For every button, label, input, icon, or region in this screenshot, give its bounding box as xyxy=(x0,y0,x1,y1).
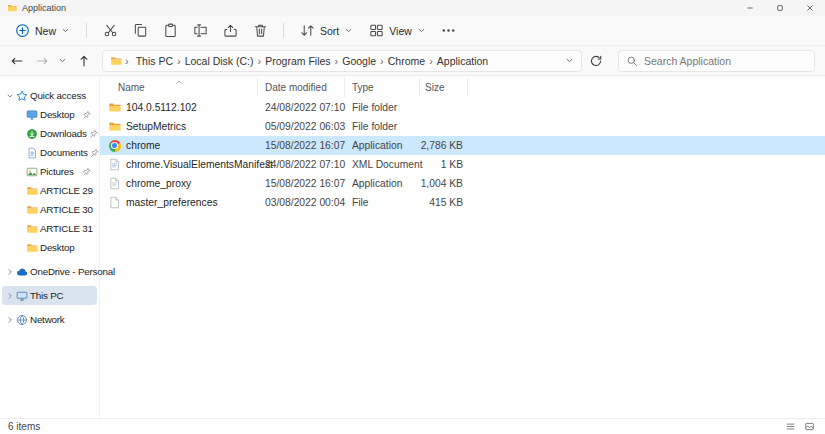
refresh-button[interactable] xyxy=(584,49,607,72)
chevron-right-icon[interactable] xyxy=(6,292,14,300)
search-input[interactable] xyxy=(644,55,807,67)
maximize-icon xyxy=(776,4,784,12)
thumbnail-view-button[interactable] xyxy=(801,420,817,434)
sidebar-item-article-30[interactable]: ARTICLE 30 xyxy=(2,200,97,219)
sidebar-item-label: Quick access xyxy=(30,90,86,101)
file-name: chrome_proxy xyxy=(126,178,191,189)
recent-locations-button[interactable] xyxy=(55,49,70,72)
breadcrumb-item-application[interactable]: Application xyxy=(433,55,492,67)
new-button-label: New xyxy=(35,25,56,37)
more-options-button[interactable] xyxy=(435,19,463,43)
sidebar-item-quick-access[interactable]: Quick access xyxy=(2,86,97,105)
cut-button[interactable] xyxy=(96,19,124,43)
chevron-right-icon[interactable] xyxy=(6,316,14,324)
chevron-spacer xyxy=(16,206,24,214)
file-name: master_preferences xyxy=(126,197,218,208)
sidebar-item-pictures[interactable]: Pictures xyxy=(2,162,97,181)
column-header-type[interactable]: Type xyxy=(345,77,420,97)
file-row-chrome-visualelementsmanifest[interactable]: chrome.VisualElementsManifest24/08/2022 … xyxy=(100,155,825,174)
sidebar-item-documents[interactable]: Documents xyxy=(2,143,97,162)
up-arrow-icon xyxy=(77,54,91,68)
up-button[interactable] xyxy=(72,49,95,72)
breadcrumb-item-chrome[interactable]: Chrome xyxy=(384,55,429,67)
close-button[interactable] xyxy=(795,0,825,16)
breadcrumb-item-this-pc[interactable]: This PC xyxy=(132,55,177,67)
folder-icon xyxy=(26,223,38,235)
maximize-button[interactable] xyxy=(765,0,795,16)
chevron-spacer xyxy=(16,130,24,138)
file-size: 415 KB xyxy=(420,197,468,208)
pin-icon xyxy=(82,110,92,120)
column-header-size[interactable]: Size xyxy=(420,77,468,97)
chevron-down-icon[interactable] xyxy=(6,92,14,100)
file-name-cell: 104.0.5112.102 xyxy=(100,101,258,114)
delete-button[interactable] xyxy=(246,19,274,43)
file-explorer-window: Application New Sort View xyxy=(0,0,825,434)
file-size: 1,004 KB xyxy=(420,178,468,189)
rename-button[interactable] xyxy=(186,19,214,43)
copy-button[interactable] xyxy=(126,19,154,43)
sidebar-item-downloads[interactable]: Downloads xyxy=(2,124,97,143)
minimize-button[interactable] xyxy=(735,0,765,16)
toolbar-separator xyxy=(86,23,87,38)
chevron-right-icon[interactable] xyxy=(6,268,14,276)
address-dropdown-icon[interactable] xyxy=(565,56,574,65)
file-row-master-preferences[interactable]: master_preferences03/08/2022 00:04File41… xyxy=(100,193,825,212)
app-icon xyxy=(108,177,121,190)
file-date-modified: 24/08/2022 07:10 xyxy=(258,159,345,170)
xml-icon xyxy=(108,158,121,171)
sidebar-item-label: Desktop xyxy=(40,242,75,253)
breadcrumb-chevron-icon: › xyxy=(125,55,129,67)
cut-icon xyxy=(103,23,118,38)
search-box[interactable] xyxy=(618,50,815,72)
downloads-icon xyxy=(26,128,38,140)
folder-icon xyxy=(26,242,38,254)
breadcrumb: This PC›Local Disk (C:)›Program Files›Go… xyxy=(132,55,493,67)
view-button[interactable]: View xyxy=(362,19,433,43)
file-row-chrome-proxy[interactable]: chrome_proxy15/08/2022 16:07Application1… xyxy=(100,174,825,193)
sidebar-item-network[interactable]: Network xyxy=(2,310,97,329)
file-size: 2,786 KB xyxy=(420,140,468,151)
pin-icon xyxy=(90,148,100,158)
file-icon xyxy=(108,196,121,209)
pin-icon xyxy=(82,167,92,177)
sidebar-item-article-29[interactable]: ARTICLE 29 xyxy=(2,181,97,200)
paste-button[interactable] xyxy=(156,19,184,43)
breadcrumb-item-program-files[interactable]: Program Files xyxy=(261,55,334,67)
sidebar-item-this-pc[interactable]: This PC xyxy=(2,286,97,305)
details-view-icon xyxy=(785,421,796,432)
new-button[interactable]: New xyxy=(8,19,77,43)
window-title: Application xyxy=(22,3,66,13)
file-list-pane: Name Date modified Type Size 104.0.5112.… xyxy=(100,76,825,418)
copy-icon xyxy=(133,23,148,38)
sidebar-item-desktop[interactable]: Desktop xyxy=(2,238,97,257)
sidebar-item-desktop[interactable]: Desktop xyxy=(2,105,97,124)
network-icon xyxy=(16,314,28,326)
sidebar-item-label: This PC xyxy=(30,290,63,301)
column-headers: Name Date modified Type Size xyxy=(100,77,825,97)
column-header-date-modified[interactable]: Date modified xyxy=(258,77,345,97)
titlebar: Application xyxy=(0,0,825,16)
file-row-chrome[interactable]: chrome15/08/2022 16:07Application2,786 K… xyxy=(100,136,825,155)
sidebar-item-label: Documents xyxy=(40,147,88,158)
desktop-icon xyxy=(26,109,38,121)
file-name-cell: master_preferences xyxy=(100,196,258,209)
file-row-setupmetrics[interactable]: SetupMetrics05/09/2022 06:03File folder xyxy=(100,117,825,136)
folder-icon xyxy=(108,101,121,114)
details-view-button[interactable] xyxy=(782,420,798,434)
breadcrumb-item-google[interactable]: Google xyxy=(338,55,380,67)
address-bar[interactable]: › This PC›Local Disk (C:)›Program Files›… xyxy=(102,50,582,72)
sidebar-item-article-31[interactable]: ARTICLE 31 xyxy=(2,219,97,238)
share-button[interactable] xyxy=(216,19,244,43)
breadcrumb-item-local-disk-c[interactable]: Local Disk (C:) xyxy=(181,55,258,67)
chevron-spacer xyxy=(16,187,24,195)
back-button[interactable] xyxy=(5,49,28,72)
sidebar-item-onedrive-personal[interactable]: OneDrive - Personal xyxy=(2,262,97,281)
ellipsis-icon xyxy=(441,23,456,38)
star-icon xyxy=(16,90,28,102)
file-name-cell: chrome xyxy=(100,139,258,152)
file-row-104-0-5112-102[interactable]: 104.0.5112.10224/08/2022 07:10File folde… xyxy=(100,98,825,117)
forward-button[interactable] xyxy=(30,49,53,72)
sort-button[interactable]: Sort xyxy=(293,19,360,43)
sidebar-item-label: Downloads xyxy=(40,128,87,139)
